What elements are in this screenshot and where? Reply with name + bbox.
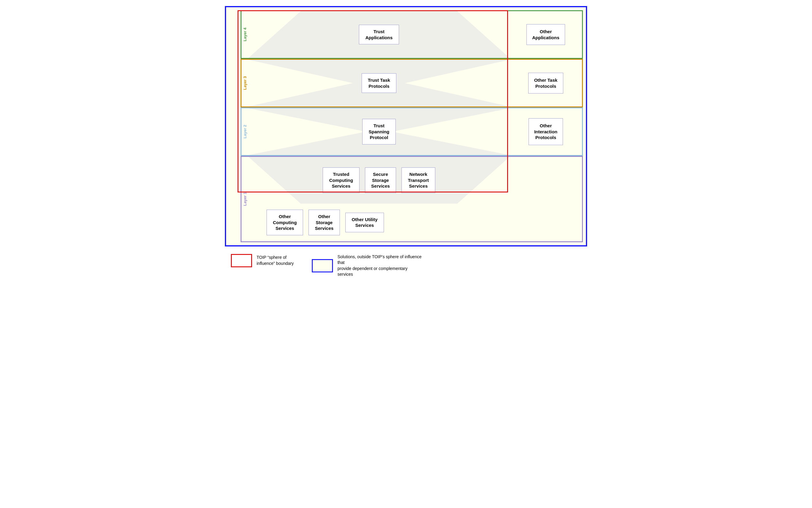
layer-2-row: Layer 2 TrustSpanningProtocol OtherInter… [241,108,583,156]
secure-storage-services-box: SecureStorageServices [365,167,396,193]
other-applications-box: OtherApplications [526,24,565,45]
layer2-other-area: OtherInteractionProtocols [510,108,582,155]
layer3-trust-area: Trust TaskProtocols [248,60,510,107]
outer-blue-border: Layer 4 TrustApplications OtherApplicati… [225,6,587,247]
other-storage-services-box: OtherStorageServices [309,210,340,235]
legend-red-box [231,254,252,267]
legend-red: TOIP “sphere ofinfluence” boundary [231,254,294,267]
layer-3-label: Layer 3 [242,60,248,107]
legend-red-text: TOIP “sphere ofinfluence” boundary [256,255,294,266]
legend-blue: Solutions, outside TOIP’s sphere of infl… [312,254,422,278]
trust-applications-box: TrustApplications [359,25,399,44]
legend-blue-text: Solutions, outside TOIP’s sphere of infl… [337,254,422,278]
trust-task-protocols-box: Trust TaskProtocols [362,73,397,93]
other-task-protocols-box: Other TaskProtocols [528,73,563,93]
trusted-computing-services-box: TrustedComputingServices [323,167,359,193]
legend-blue-box [312,259,333,272]
layer3-other-area: Other TaskProtocols [510,60,582,107]
other-utility-services-box: Other UtilityServices [345,213,384,232]
legend: TOIP “sphere ofinfluence” boundary Solut… [231,254,587,278]
layer-4-label: Layer 4 [242,11,248,58]
other-computing-services-box: OtherComputingServices [267,210,303,235]
layer-2-label: Layer 2 [242,108,248,155]
layer2-trust-area: TrustSpanningProtocol [248,108,510,155]
layer4-other-area: OtherApplications [510,11,582,58]
trust-spanning-protocol-box: TrustSpanningProtocol [362,119,396,144]
layer4-trust-area: TrustApplications [248,11,510,58]
layer-1-label: Layer 1 [242,157,248,241]
network-transport-services-box: NetworkTransportServices [402,167,435,193]
layer-4-row: Layer 4 TrustApplications OtherApplicati… [241,10,583,59]
layer-3-row: Layer 3 Trust TaskProtocols Other TaskPr… [241,59,583,108]
other-interaction-protocols-box: OtherInteractionProtocols [529,118,563,145]
layers-wrapper: Layer 4 TrustApplications OtherApplicati… [241,10,583,242]
layer-1-row: Layer 1 TrustedComputingServices SecureS… [241,156,583,242]
diagram-container: Layer 4 TrustApplications OtherApplicati… [225,6,587,278]
